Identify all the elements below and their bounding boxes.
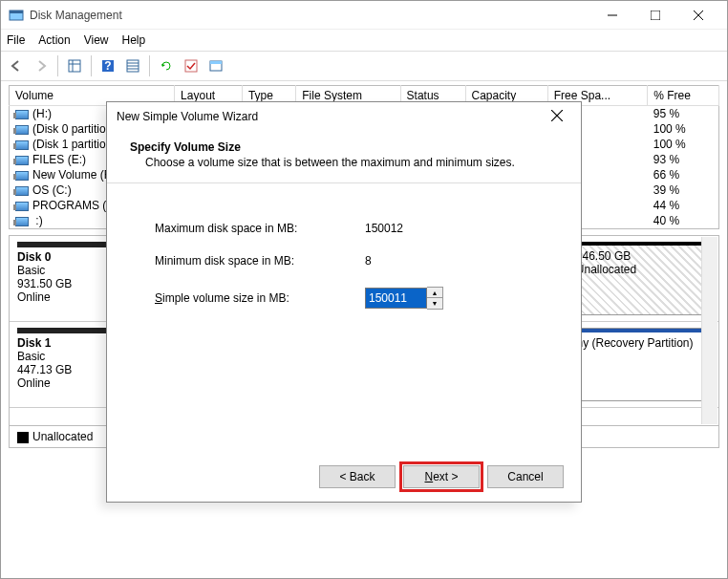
volume-size-input[interactable] xyxy=(365,288,427,309)
menubar: File Action View Help xyxy=(1,30,727,51)
back-button[interactable]: < Back xyxy=(319,465,396,488)
new-volume-wizard-dialog: New Simple Volume Wizard Specify Volume … xyxy=(106,101,582,503)
close-button[interactable] xyxy=(676,2,719,29)
min-space-value: 8 xyxy=(365,254,372,268)
titlebar: Disk Management xyxy=(1,1,727,30)
max-space-value: 150012 xyxy=(365,222,403,235)
svg-rect-1 xyxy=(10,11,23,13)
back-button[interactable] xyxy=(5,54,28,77)
disk1-type: Basic xyxy=(17,350,45,363)
disk0-size: 931.50 GB xyxy=(17,277,72,290)
scrollbar[interactable] xyxy=(701,237,717,424)
disk0-type: Basic xyxy=(17,264,45,277)
min-space-label: Minimum disk space in MB: xyxy=(155,254,365,268)
dialog-title: New Simple Volume Wizard xyxy=(117,110,543,123)
help-icon[interactable]: ? xyxy=(96,54,119,77)
menu-action[interactable]: Action xyxy=(38,33,70,47)
volume-size-label: Simple volume size in MB: xyxy=(155,291,365,305)
disk1-size: 447.13 GB xyxy=(17,363,72,376)
refresh-icon[interactable] xyxy=(155,54,178,77)
cancel-button[interactable]: Cancel xyxy=(487,465,564,488)
window-icon[interactable] xyxy=(204,54,227,77)
window-title: Disk Management xyxy=(30,9,590,22)
disk1-label: Disk 1 xyxy=(17,336,51,350)
spinner: ▲ ▼ xyxy=(427,287,443,310)
svg-rect-15 xyxy=(185,60,197,72)
forward-button[interactable] xyxy=(30,54,53,77)
svg-rect-3 xyxy=(651,11,660,20)
unallocated-swatch xyxy=(17,432,29,443)
svg-rect-17 xyxy=(210,61,222,64)
menu-help[interactable]: Help xyxy=(122,33,146,47)
minimize-button[interactable] xyxy=(590,2,633,29)
menu-view[interactable]: View xyxy=(84,33,109,47)
disk0-status: Online xyxy=(17,290,51,304)
column-header[interactable]: % Free xyxy=(648,86,719,106)
list-icon[interactable] xyxy=(121,54,144,77)
svg-rect-6 xyxy=(69,60,80,72)
grid-icon[interactable] xyxy=(63,54,86,77)
maximize-button[interactable] xyxy=(633,2,676,29)
dialog-close-button[interactable] xyxy=(543,110,571,124)
spin-down-button[interactable]: ▼ xyxy=(427,298,442,309)
max-space-label: Maximum disk space in MB: xyxy=(155,222,365,235)
svg-text:?: ? xyxy=(104,59,111,73)
dialog-heading: Specify Volume Size xyxy=(130,140,241,154)
app-icon xyxy=(9,8,24,23)
disk1-status: Online xyxy=(17,376,51,390)
unallocated-region[interactable]: 146.50 GB Unallocated xyxy=(569,242,713,315)
menu-file[interactable]: File xyxy=(7,33,25,47)
check-icon[interactable] xyxy=(180,54,203,77)
disk0-label: Disk 0 xyxy=(17,250,51,264)
toolbar: ? xyxy=(1,51,727,81)
spin-up-button[interactable]: ▲ xyxy=(427,288,442,298)
dialog-subtext: Choose a volume size that is between the… xyxy=(145,156,558,169)
next-button[interactable]: Next > xyxy=(403,465,480,488)
